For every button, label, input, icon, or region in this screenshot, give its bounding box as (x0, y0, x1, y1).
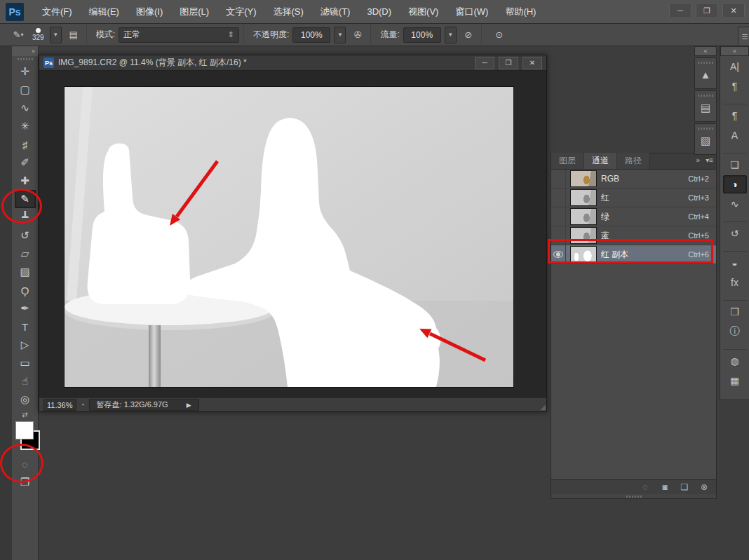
doc-maximize-button[interactable]: ❐ (499, 57, 518, 69)
文字(Y)[interactable]: 文字(Y) (217, 0, 264, 24)
opacity-dropdown-button[interactable]: ▼ (334, 27, 346, 43)
channel-row[interactable]: 绿 Ctrl+4 (551, 207, 716, 226)
gradient-tool[interactable]: ▨ (15, 263, 36, 281)
canvas-area[interactable] (39, 71, 546, 397)
history-panel-icon[interactable]: ↺ (723, 221, 747, 243)
magic-wand-tool[interactable]: ✳ (15, 117, 36, 135)
滤镜(T)[interactable]: 滤镜(T) (312, 0, 359, 24)
blend-mode-select[interactable]: 正常 ⇕ (119, 27, 239, 43)
histogram-panel-icon[interactable]: ▲ (694, 57, 717, 89)
图层(L)[interactable]: 图层(L) (171, 0, 217, 24)
visibility-toggle[interactable] (551, 207, 566, 226)
channels-panel-icon[interactable]: ◑ (723, 175, 747, 193)
doc-minimize-button[interactable]: ─ (475, 57, 494, 69)
tools-panel-collapse-button[interactable]: » (12, 46, 38, 56)
通道[interactable]: 通道 (584, 153, 617, 169)
minimize-button[interactable]: ─ (669, 3, 691, 18)
channel-row[interactable]: 红 副本 Ctrl+6 (551, 245, 716, 264)
brush-size-dropdown-button[interactable]: ▼ (50, 27, 62, 43)
character-panel-icon[interactable]: A| (723, 57, 747, 76)
doc-close-button[interactable]: ✕ (522, 57, 542, 69)
文件(F)[interactable]: 文件(F) (34, 0, 81, 24)
history-brush-tool[interactable]: ↺ (15, 226, 36, 245)
close-button[interactable]: ✕ (722, 3, 745, 18)
marquee-tool[interactable]: ▢ (15, 81, 36, 99)
视图(V)[interactable]: 视图(V) (400, 0, 447, 24)
编辑(E)[interactable]: 编辑(E) (81, 0, 128, 24)
toggle-brush-panel-button[interactable]: ▤ (65, 27, 82, 43)
dock-collapse-button[interactable]: « (720, 46, 749, 56)
shape-tool[interactable]: ▭ (15, 354, 36, 372)
screen-mode-button[interactable]: ❐ (15, 473, 36, 491)
pen-tool[interactable]: ✒ (15, 299, 36, 317)
channel-thumbnail[interactable] (570, 170, 597, 187)
styles-panel-icon[interactable]: fx (723, 273, 747, 292)
new-channel-button[interactable]: ❏ (678, 482, 691, 492)
info2-panel-icon[interactable]: ⓘ (723, 322, 747, 341)
channel-row[interactable]: RGB Ctrl+2 (551, 170, 716, 189)
panel-collapse-icon[interactable]: » (696, 156, 701, 164)
图像(I)[interactable]: 图像(I) (128, 0, 171, 24)
delete-channel-button[interactable]: ⊗ (698, 482, 710, 492)
options-bar-overflow-button[interactable]: ☰ (738, 27, 749, 46)
clone-stamp-tool[interactable]: ┻ (15, 208, 36, 226)
brush-size-preview[interactable]: 329 (30, 28, 46, 41)
channel-thumbnail[interactable] (570, 208, 597, 225)
eraser-tool[interactable]: ▱ (15, 245, 36, 263)
zoom-level-input[interactable]: 11.36% (43, 399, 76, 411)
swatches-panel-icon[interactable]: ▦ (723, 371, 747, 390)
color-panel-icon[interactable]: ◍ (723, 349, 747, 370)
dock-collapse-button[interactable]: « (694, 46, 717, 56)
resize-grip-icon[interactable]: ◢ (540, 403, 546, 411)
materials-3d-panel-icon[interactable]: ❒ (723, 300, 747, 321)
load-selection-button[interactable]: ◌ (639, 482, 652, 492)
type-tool[interactable]: T (15, 317, 36, 336)
healing-brush-tool[interactable]: ✚ (15, 172, 36, 190)
quick-mask-button[interactable]: ◌ (15, 455, 36, 473)
info-panel-icon[interactable]: ▤ (694, 90, 717, 122)
visibility-toggle[interactable] (551, 170, 566, 188)
选择(S)[interactable]: 选择(S) (264, 0, 311, 24)
panel-resize-grip[interactable] (551, 494, 716, 498)
hand-tool[interactable]: ☝ (15, 372, 36, 390)
document-title-bar[interactable]: Ps IMG_9891.CR2 @ 11.4% (背景 副本, 红 副本/16)… (39, 55, 546, 71)
brush-tool[interactable]: ✎ (15, 190, 36, 208)
flow-dropdown-button[interactable]: ▼ (445, 27, 457, 43)
pressure-size-button[interactable]: ⊙ (491, 27, 508, 43)
eyedropper-tool[interactable]: ✐ (15, 153, 36, 172)
canvas-image[interactable] (64, 86, 514, 388)
图层[interactable]: 图层 (551, 153, 584, 169)
foreground-color-swatch[interactable] (15, 421, 34, 439)
paragraph-styles-panel-icon[interactable]: ¶ (723, 104, 747, 125)
dodge-tool[interactable]: Ϙ (15, 281, 36, 299)
pressure-opacity-button[interactable]: ✇ (349, 27, 366, 43)
save-selection-as-channel-button[interactable]: ◙ (659, 482, 671, 492)
opacity-input[interactable]: 100% (292, 27, 330, 43)
drag-grip[interactable] (18, 58, 33, 60)
status-options-arrow-icon[interactable]: ▶ (187, 402, 191, 409)
帮助(H)[interactable]: 帮助(H) (497, 0, 544, 24)
adjustments-panel-icon[interactable]: ◒ (723, 251, 747, 272)
crop-tool[interactable]: ♯ (15, 135, 36, 153)
brush-preset-button[interactable]: ✎ ▾ (10, 27, 27, 43)
paths-panel-icon[interactable]: ∿ (723, 195, 747, 213)
airbrush-button[interactable]: ⊘ (460, 27, 477, 43)
maximize-button[interactable]: ❐ (696, 3, 718, 18)
flow-input[interactable]: 100% (403, 27, 441, 43)
scratch-disk-status[interactable]: 暂存盘: 1.32G/6.97G ▶ (89, 399, 199, 411)
swap-colors-icon[interactable]: ⇄ (22, 409, 27, 420)
channel-row[interactable]: 红 Ctrl+3 (551, 189, 716, 207)
visibility-toggle[interactable] (551, 189, 566, 207)
zoom-tool[interactable]: ◎ (15, 390, 36, 409)
窗口(W)[interactable]: 窗口(W) (447, 0, 497, 24)
move-tool[interactable]: ✛ (15, 62, 36, 81)
panel-menu-icon[interactable]: ▾≡ (706, 156, 713, 164)
path-select-tool[interactable]: ▷ (15, 336, 36, 354)
paragraph-panel-icon[interactable]: ¶ (723, 77, 747, 95)
lasso-tool[interactable]: ∿ (15, 99, 36, 117)
channel-thumbnail[interactable] (570, 189, 597, 206)
channel-thumbnail[interactable] (570, 246, 597, 263)
character-styles-panel-icon[interactable]: A (723, 126, 747, 144)
layers-panel-icon[interactable]: ❏ (723, 153, 747, 174)
visibility-toggle[interactable] (551, 226, 566, 245)
